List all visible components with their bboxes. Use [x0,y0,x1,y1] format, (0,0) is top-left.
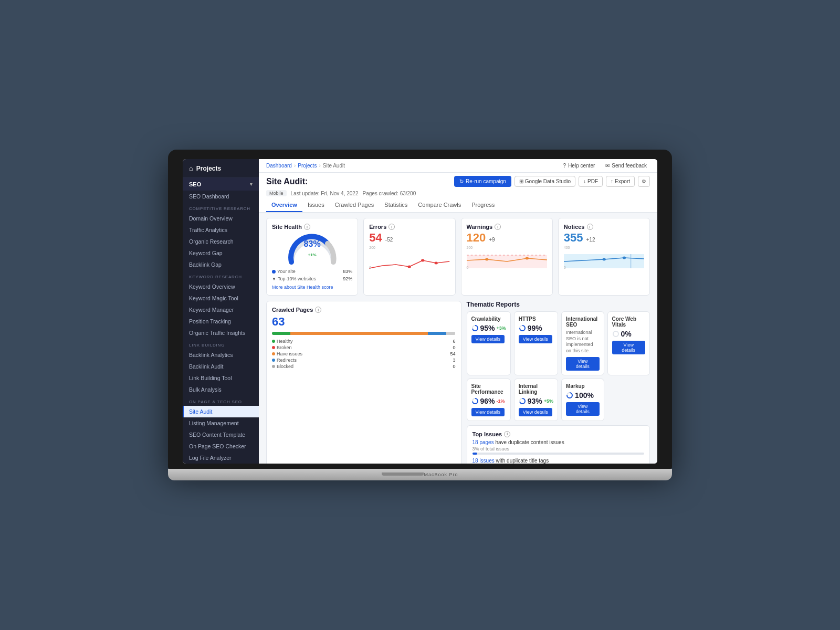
top-issues-section: Top Issues i 18 pages have duplicate con… [467,425,650,464]
top-issues-info-icon[interactable]: i [504,431,510,437]
warnings-card: Warnings i 120 +9 200 0 [461,218,553,296]
sidebar-item-organic-research[interactable]: Organic Research [183,236,259,247]
top10-row[interactable]: ▼ Top-10% websites 92% [272,275,352,282]
linking-title: Internal Linking [519,383,553,395]
home-icon: ⌂ [189,164,193,172]
notices-card: Notices i 355 +12 400 0 [558,218,650,296]
tab-statistics[interactable]: Statistics [379,198,413,212]
sidebar-item-keyword-manager[interactable]: Keyword Manager [183,304,259,316]
breadcrumb-dashboard[interactable]: Dashboard [266,163,292,169]
issue-bar-fill-1 [472,453,478,455]
breadcrumb-projects[interactable]: Projects [298,163,317,169]
warnings-chart: 200 0 [467,246,547,269]
breadcrumb-current: Site Audit [323,163,345,169]
errors-chart-min: 0 [369,266,371,269]
cwv-circle-icon [612,330,620,338]
sidebar: ⌂ Projects SEO ▾ SEO Dashboard COMPETITI… [183,159,259,464]
https-view-details[interactable]: View details [519,335,552,343]
sidebar-item-listing-management[interactable]: Listing Management [183,417,259,429]
sidebar-item-log-file[interactable]: Log File Analyzer [183,452,259,464]
section-label-link-building: LINK BUILDING [183,339,259,349]
warnings-info-icon[interactable]: i [495,224,501,230]
sidebar-item-traffic-analytics[interactable]: Traffic Analytics [183,224,259,236]
markup-view-details[interactable]: View details [566,402,599,416]
notices-chart-min: 0 [564,266,566,269]
laptop-screen: ⌂ Projects SEO ▾ SEO Dashboard COMPETITI… [183,159,657,464]
crawlability-view-details[interactable]: View details [471,335,505,343]
notices-info-icon[interactable]: i [587,224,593,230]
section-label-competitive: COMPETITIVE RESEARCH [183,202,259,213]
sidebar-header[interactable]: ⌂ Projects [183,159,259,178]
notices-chart: 400 0 [564,246,644,269]
tab-compare-crawls[interactable]: Compare Crawls [413,198,466,212]
sidebar-item-keyword-overview[interactable]: Keyword Overview [183,281,259,292]
pages-crawled: Pages crawled: 63/200 [362,191,416,196]
site-health-info-icon[interactable]: i [304,224,310,230]
page-meta: Mobile Last update: Fri, Nov 4, 2022 Pag… [266,190,650,196]
data-studio-button[interactable]: ⊞ Google Data Studio [514,176,575,187]
help-center-button[interactable]: ? Help center [560,162,598,170]
section-label-keyword: KEYWORD RESEARCH [183,270,259,281]
crawled-info-icon[interactable]: i [315,307,321,313]
sidebar-item-link-building-tool[interactable]: Link Building Tool [183,372,259,384]
errors-info-icon[interactable]: i [388,224,395,230]
circle-progress-icon [471,324,479,332]
crawl-row-issues: Have issues 54 [272,351,456,357]
warnings-title: Warnings i [467,224,547,230]
sidebar-item-backlink-analytics[interactable]: Backlink Analytics [183,349,259,361]
crawl-row-redirects: Redirects 3 [272,357,456,363]
issue-link-1[interactable]: 18 pages [472,439,494,445]
more-health-link[interactable]: More about Site Health score [272,285,352,290]
issue-row-1: 18 pages have duplicate content issues 3… [472,439,645,455]
sidebar-item-on-page-checker[interactable]: On Page SEO Checker [183,440,259,452]
sidebar-item-seo-dashboard[interactable]: SEO Dashboard [183,191,259,202]
sidebar-item-keyword-magic-tool[interactable]: Keyword Magic Tool [183,292,259,304]
warnings-value-row: 120 +9 [467,232,547,244]
data-studio-icon: ⊞ [519,178,523,184]
svg-point-9 [622,257,625,259]
thematic-card-site-performance: Site Performance 96% -1% [467,379,511,421]
breadcrumb-sep-1: › [294,163,296,169]
export-button[interactable]: ↑ Export [606,176,635,187]
blocked-value: 0 [453,364,455,369]
https-circle-icon [519,324,526,332]
perf-circle-icon [471,397,479,405]
sidebar-item-site-audit[interactable]: Site Audit [183,406,259,417]
triangle-icon: ▼ [272,277,276,281]
issue-link-2[interactable]: 18 issues [472,458,495,464]
sidebar-item-backlink-gap[interactable]: Backlink Gap [183,259,259,270]
device-badge: Mobile [266,190,287,196]
https-percent: 99% [519,324,553,332]
feedback-button[interactable]: ✉ Send feedback [602,162,650,170]
sidebar-item-bulk-analysis[interactable]: Bulk Analysis [183,384,259,395]
svg-point-2 [435,262,438,265]
tab-crawled-pages[interactable]: Crawled Pages [330,198,380,212]
tab-issues[interactable]: Issues [302,198,330,212]
linking-view-details[interactable]: View details [519,408,552,416]
sidebar-item-seo-content-template[interactable]: SEO Content Template [183,429,259,440]
sidebar-item-backlink-audit[interactable]: Backlink Audit [183,361,259,372]
intl-seo-note: International SEO is not implemented on … [566,330,599,354]
progress-bar [272,332,456,335]
feedback-label: Send feedback [612,163,647,169]
issue-row-2: 18 issues with duplicate title tags [472,458,645,464]
crawlability-percent: 95% +3% [471,324,506,332]
pb-redirects [428,332,446,335]
perf-view-details[interactable]: View details [471,408,505,416]
intl-seo-view-details[interactable]: View details [566,357,599,371]
sidebar-item-domain-overview[interactable]: Domain Overview [183,213,259,224]
top-issues-title: Top Issues i [472,431,645,437]
tab-overview[interactable]: Overview [266,198,302,212]
healthy-value: 6 [453,339,455,344]
content-area: Site Health i [259,213,657,464]
cwv-view-details[interactable]: View details [612,341,645,354]
seo-section-header[interactable]: SEO ▾ [183,178,259,191]
warnings-value: 120 [467,231,486,244]
sidebar-item-keyword-gap[interactable]: Keyword Gap [183,247,259,259]
tab-progress[interactable]: Progress [466,198,500,212]
sidebar-item-organic-traffic[interactable]: Organic Traffic Insights [183,327,259,339]
pdf-button[interactable]: ↓ PDF [579,176,603,187]
sidebar-item-position-tracking[interactable]: Position Tracking [183,316,259,327]
settings-button[interactable]: ⚙ [638,176,650,187]
rerun-campaign-button[interactable]: ↻ Re-run campaign [454,176,511,187]
